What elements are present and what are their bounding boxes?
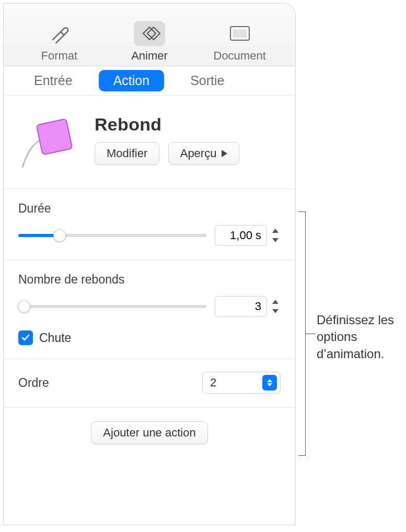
bounces-label: Nombre de rebonds — [18, 273, 281, 287]
slider-thumb[interactable] — [53, 229, 66, 242]
bounces-section: Nombre de rebonds — [4, 260, 295, 359]
duration-slider[interactable] — [18, 229, 206, 242]
duration-stepper — [215, 225, 281, 246]
chevron-down-icon — [272, 309, 279, 313]
animate-icon — [134, 21, 165, 46]
tab-build-in[interactable]: Entrée — [19, 70, 87, 91]
toolbar-document[interactable]: Document — [208, 21, 271, 63]
bounces-step-down[interactable] — [270, 307, 281, 315]
toolbar-format[interactable]: Format — [28, 21, 90, 63]
inspector-panel: Format Animer Document — [3, 3, 296, 525]
toolbar-animate-label: Animer — [131, 49, 168, 63]
callout-bracket — [298, 211, 306, 456]
tab-build-out[interactable]: Sortie — [176, 70, 239, 91]
toolbar-format-label: Format — [41, 49, 77, 63]
bounces-slider[interactable] — [18, 300, 206, 313]
callout-text: Définissez les options d’animation. — [317, 312, 405, 362]
svg-rect-1 — [234, 30, 246, 37]
bounces-input[interactable] — [215, 296, 267, 317]
bounce-icon — [18, 114, 81, 171]
toolbar-animate[interactable]: Animer — [118, 21, 181, 63]
order-section: Ordre 2 — [4, 359, 295, 408]
order-value: 2 — [210, 376, 216, 389]
fall-checkbox[interactable] — [18, 330, 33, 345]
checkmark-icon — [21, 333, 30, 342]
chevron-down-icon — [272, 238, 279, 242]
effect-title: Rebond — [95, 114, 239, 135]
order-label: Ordre — [18, 376, 49, 390]
duration-step-down[interactable] — [270, 236, 281, 244]
duration-section: Durée — [4, 189, 295, 260]
animation-tabs: Entrée Action Sortie — [4, 66, 295, 96]
svg-rect-2 — [37, 119, 73, 155]
toolbar: Format Animer Document — [4, 4, 295, 66]
effect-header: Rebond Modifier Aperçu — [4, 96, 295, 189]
duration-label: Durée — [18, 202, 281, 216]
toolbar-document-label: Document — [214, 49, 266, 63]
modify-button[interactable]: Modifier — [95, 142, 159, 165]
duration-step-up[interactable] — [270, 227, 281, 235]
footer: Ajouter une action — [4, 408, 295, 458]
duration-input[interactable] — [215, 225, 267, 246]
order-select[interactable]: 2 — [202, 372, 281, 394]
tab-action[interactable]: Action — [99, 70, 164, 91]
format-icon — [43, 21, 75, 46]
preview-label: Aperçu — [180, 147, 217, 160]
play-icon — [222, 150, 227, 157]
preview-button[interactable]: Aperçu — [168, 142, 240, 165]
add-action-button[interactable]: Ajouter une action — [91, 421, 207, 444]
bounces-stepper — [215, 296, 281, 317]
fall-label: Chute — [39, 331, 71, 345]
bounces-step-up[interactable] — [270, 298, 281, 306]
chevron-up-icon — [272, 300, 279, 304]
chevron-up-icon — [272, 229, 279, 233]
select-chevrons-icon — [262, 375, 277, 391]
document-icon — [224, 21, 256, 46]
slider-thumb[interactable] — [18, 300, 30, 313]
